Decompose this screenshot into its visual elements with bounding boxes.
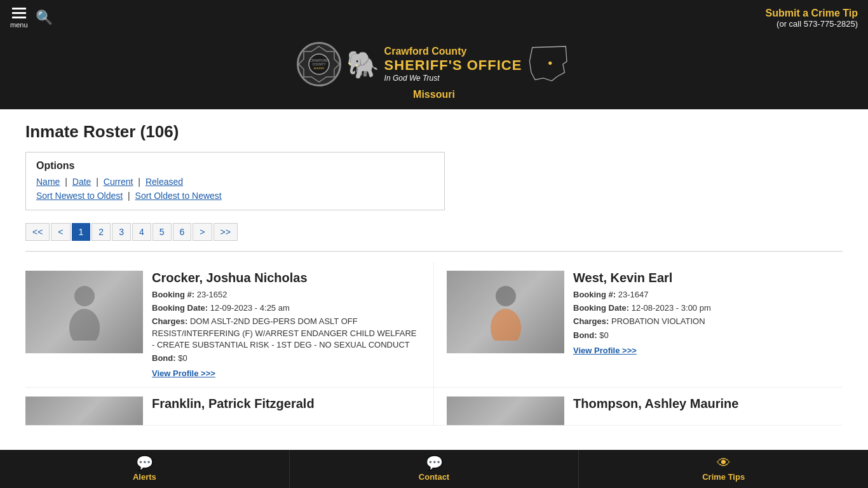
page-prev[interactable]: < <box>51 223 70 241</box>
sort-oldest-link[interactable]: Sort Oldest to Newest <box>135 191 222 201</box>
page-5[interactable]: 5 <box>153 223 172 241</box>
svg-point-5 <box>549 62 552 65</box>
page-4[interactable]: 4 <box>132 223 151 241</box>
inmate-info: Crocker, Joshua Nicholas Booking #: 23-1… <box>152 271 421 378</box>
crime-tips-icon: 👁 <box>717 456 731 470</box>
filter-current-link[interactable]: Current <box>104 177 133 187</box>
inmate-bond: Bond: $0 <box>152 353 421 364</box>
page-3[interactable]: 3 <box>112 223 131 241</box>
bottom-nav: 💬 Alerts 💬 Contact 👁 Crime Tips <box>0 450 868 477</box>
crime-tip-link[interactable]: Submit a Crime Tip <box>765 8 858 18</box>
options-filter-links: Name | Date | Current | Released <box>36 177 434 187</box>
page-next[interactable]: > <box>193 223 212 241</box>
contact-icon: 💬 <box>426 456 443 470</box>
inmate-card: Crocker, Joshua Nicholas Booking #: 23-1… <box>25 262 434 388</box>
logo-text: 🐘 Crawford County SHERIFF'S OFFICE In Go… <box>346 46 522 83</box>
inmate-booking-number: Booking #: 23-1647 <box>573 289 843 301</box>
menu-label: menu <box>10 21 28 29</box>
logo-subtitle: In God We Trust <box>384 74 522 83</box>
inmate-name: Thompson, Ashley Maurine <box>573 396 843 411</box>
page-1[interactable]: 1 <box>72 223 91 241</box>
inmate-booking-date: Booking Date: 12-09-2023 - 4:25 am <box>152 302 421 314</box>
page-title: Inmate Roster (106) <box>25 122 843 142</box>
svg-point-9 <box>491 309 521 341</box>
inmate-card: Franklin, Patrick Fitzgerald <box>25 388 434 426</box>
crime-tip-area: Submit a Crime Tip (or call 573-775-2825… <box>765 8 858 29</box>
view-profile-link[interactable]: View Profile >>> <box>152 369 215 378</box>
inmate-grid: Crocker, Joshua Nicholas Booking #: 23-1… <box>25 262 843 426</box>
person-silhouette-icon <box>65 283 104 341</box>
options-title: Options <box>36 160 434 172</box>
svg-point-6 <box>74 286 95 306</box>
inmate-charges: Charges: PROBATION VIOLATION <box>573 316 843 327</box>
options-sort-links: Sort Newest to Oldest | Sort Oldest to N… <box>36 191 434 201</box>
options-box: Options Name | Date | Current | Released… <box>25 152 445 210</box>
inmate-card: West, Kevin Earl Booking #: 23-1647 Book… <box>434 262 843 388</box>
filter-date-link[interactable]: Date <box>72 177 92 187</box>
page-first[interactable]: << <box>25 223 50 241</box>
inmate-photo <box>25 396 143 426</box>
contact-label: Contact <box>419 472 449 477</box>
state-map <box>527 42 571 86</box>
filter-released-link[interactable]: Released <box>146 177 183 187</box>
inmate-booking-number: Booking #: 23-1652 <box>152 289 421 301</box>
inmate-photo <box>447 271 564 353</box>
inmate-photo <box>447 396 564 426</box>
svg-point-7 <box>69 309 100 341</box>
filter-name-link[interactable]: Name <box>36 177 60 187</box>
logo-office-name: SHERIFF'S OFFICE <box>384 57 522 74</box>
person-silhouette-icon <box>487 283 525 341</box>
main-content: Inmate Roster (106) Options Name | Date … <box>0 109 868 477</box>
bottom-nav-contact[interactable]: 💬 Contact <box>290 450 580 477</box>
bottom-nav-alerts[interactable]: 💬 Alerts <box>0 450 290 477</box>
crime-tip-phone: (or call 573-775-2825) <box>765 19 858 29</box>
state-label: Missouri <box>413 89 455 100</box>
logo-inner: CRAWFORD COUNTY SHERIFF 🐘 Crawford Count… <box>297 42 572 86</box>
logo-county-name: Crawford County <box>384 46 522 57</box>
top-bar-left: menu 🔍 <box>10 8 53 29</box>
search-button[interactable]: 🔍 <box>36 10 53 26</box>
alerts-label: Alerts <box>133 472 156 477</box>
inmate-card: Thompson, Ashley Maurine <box>434 388 843 426</box>
logo-bar: CRAWFORD COUNTY SHERIFF 🐘 Crawford Count… <box>0 36 868 109</box>
view-profile-link[interactable]: View Profile >>> <box>573 346 637 355</box>
inmate-bond: Bond: $0 <box>573 330 843 341</box>
pagination: << < 1 2 3 4 5 6 > >> <box>25 223 843 241</box>
inmate-booking-date: Booking Date: 12-08-2023 - 3:00 pm <box>573 302 843 314</box>
inmate-name: Crocker, Joshua Nicholas <box>152 271 421 285</box>
hamburger-icon <box>12 8 26 18</box>
bottom-nav-crime-tips[interactable]: 👁 Crime Tips <box>579 450 868 477</box>
svg-text:COUNTY: COUNTY <box>312 62 326 66</box>
inmate-info: West, Kevin Earl Booking #: 23-1647 Book… <box>573 271 843 378</box>
inmate-info: Franklin, Patrick Fitzgerald <box>152 396 421 416</box>
page-last[interactable]: >> <box>214 223 238 241</box>
menu-button[interactable]: menu <box>10 8 28 29</box>
inmate-name: West, Kevin Earl <box>573 271 843 285</box>
top-bar: menu 🔍 Submit a Crime Tip (or call 573-7… <box>0 0 868 36</box>
inmate-photo <box>25 271 143 353</box>
alerts-icon: 💬 <box>136 456 153 470</box>
sort-newest-link[interactable]: Sort Newest to Oldest <box>36 191 123 201</box>
sheriff-badge: CRAWFORD COUNTY SHERIFF <box>297 42 341 86</box>
page-2[interactable]: 2 <box>92 223 111 241</box>
crime-tips-label: Crime Tips <box>702 472 745 477</box>
svg-point-8 <box>496 286 516 306</box>
inmate-charges: Charges: DOM ASLT-2ND DEG-PERS DOM ASLT … <box>152 316 421 351</box>
sheriff-logo-icon: 🐘 <box>346 49 379 80</box>
inmate-info: Thompson, Ashley Maurine <box>573 396 843 416</box>
divider <box>25 251 843 252</box>
svg-text:SHERIFF: SHERIFF <box>313 67 325 70</box>
inmate-name: Franklin, Patrick Fitzgerald <box>152 396 421 411</box>
page-6[interactable]: 6 <box>173 223 192 241</box>
